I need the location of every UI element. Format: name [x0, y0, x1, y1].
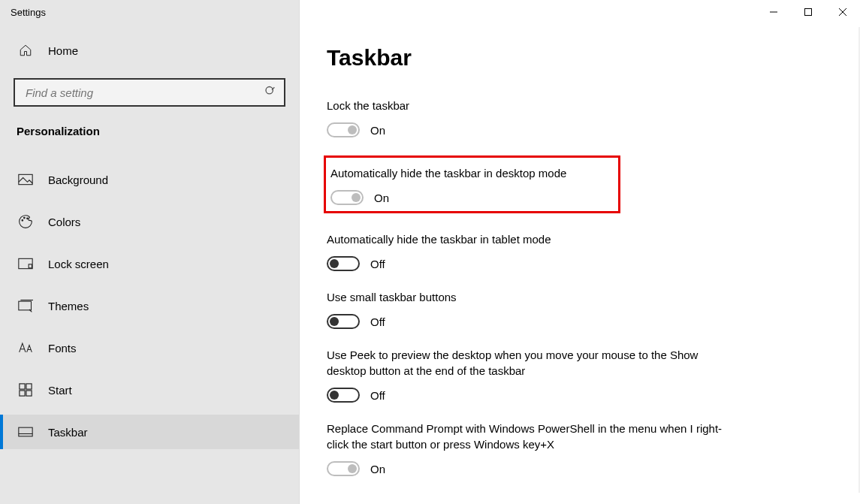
toggle-peek-preview[interactable] — [327, 388, 360, 403]
maximize-button[interactable] — [791, 0, 825, 24]
search-container — [14, 78, 285, 107]
toggle-state: Off — [370, 315, 385, 328]
image-icon — [18, 172, 33, 187]
setting-label: Use small taskbar buttons — [327, 289, 732, 305]
start-icon — [18, 382, 33, 397]
sidebar-item-label: Start — [48, 384, 72, 397]
sidebar-item-taskbar[interactable]: Taskbar — [0, 415, 299, 449]
search-input[interactable] — [14, 78, 285, 107]
setting-auto-hide-tablet: Automatically hide the taskbar in tablet… — [327, 231, 732, 271]
themes-icon — [18, 298, 33, 313]
setting-label: Lock the taskbar — [327, 98, 732, 113]
setting-peek-preview: Use Peek to preview the desktop when you… — [327, 347, 732, 403]
sidebar-item-colors[interactable]: Colors — [0, 204, 299, 239]
sidebar: Home Personalization Background Colors — [0, 0, 300, 504]
sidebar-item-themes[interactable]: Themes — [0, 288, 299, 323]
fonts-icon — [18, 340, 33, 355]
home-icon — [18, 44, 33, 57]
home-label: Home — [48, 44, 78, 57]
toggle-state: On — [374, 192, 389, 204]
svg-rect-15 — [26, 384, 32, 389]
svg-point-7 — [22, 220, 23, 222]
titlebar: Settings — [0, 0, 860, 24]
svg-rect-17 — [26, 391, 32, 396]
toggle-state: Off — [370, 258, 385, 270]
palette-icon — [18, 214, 33, 229]
sidebar-item-label: Lock screen — [48, 258, 109, 270]
svg-point-4 — [266, 87, 273, 94]
sidebar-item-label: Taskbar — [48, 426, 88, 439]
svg-rect-14 — [20, 384, 25, 389]
toggle-state: On — [370, 463, 385, 475]
toggle-auto-hide-tablet[interactable] — [327, 256, 360, 271]
setting-label: Use Peek to preview the desktop when you… — [327, 347, 732, 379]
main-panel: Taskbar Lock the taskbar On Automaticall… — [300, 0, 860, 504]
sidebar-item-label: Background — [48, 174, 108, 186]
setting-auto-hide-desktop: Automatically hide the taskbar in deskto… — [324, 155, 620, 213]
sidebar-item-label: Colors — [48, 216, 80, 228]
close-button[interactable] — [825, 0, 860, 24]
svg-rect-16 — [20, 391, 25, 396]
setting-small-buttons: Use small taskbar buttons Off — [327, 289, 732, 329]
setting-label: Replace Command Prompt with Windows Powe… — [327, 421, 732, 452]
toggle-powershell[interactable] — [327, 461, 360, 476]
svg-rect-1 — [805, 9, 812, 16]
page-title: Taskbar — [327, 45, 830, 71]
setting-label: Automatically hide the taskbar in deskto… — [326, 165, 611, 181]
svg-rect-11 — [29, 264, 32, 268]
lock-screen-icon — [18, 256, 33, 271]
home-link[interactable]: Home — [0, 36, 299, 65]
sidebar-item-background[interactable]: Background — [0, 162, 299, 197]
sidebar-item-start[interactable]: Start — [0, 373, 299, 407]
toggle-state: Off — [370, 389, 385, 402]
setting-lock-taskbar: Lock the taskbar On — [327, 98, 732, 137]
sidebar-item-fonts[interactable]: Fonts — [0, 330, 299, 365]
taskbar-icon — [18, 424, 33, 439]
sidebar-item-label: Fonts — [48, 342, 77, 355]
sidebar-item-lock-screen[interactable]: Lock screen — [0, 246, 299, 281]
svg-rect-12 — [19, 301, 32, 310]
window-controls — [756, 0, 860, 24]
setting-label: Automatically hide the taskbar in tablet… — [327, 231, 732, 247]
category-heading: Personalization — [0, 125, 299, 154]
toggle-small-buttons[interactable] — [327, 314, 360, 329]
minimize-button[interactable] — [756, 0, 791, 24]
nav-list: Background Colors Lock screen Themes — [0, 154, 299, 453]
svg-rect-10 — [19, 258, 32, 268]
sidebar-item-label: Themes — [48, 300, 89, 312]
search-icon — [264, 86, 276, 100]
svg-point-9 — [27, 218, 29, 219]
toggle-auto-hide-desktop[interactable] — [330, 190, 364, 205]
toggle-lock-taskbar[interactable] — [327, 122, 360, 137]
svg-rect-18 — [19, 427, 32, 436]
window-title: Settings — [0, 7, 46, 18]
setting-powershell: Replace Command Prompt with Windows Powe… — [327, 421, 732, 476]
svg-point-8 — [24, 217, 26, 219]
toggle-state: On — [370, 124, 385, 137]
